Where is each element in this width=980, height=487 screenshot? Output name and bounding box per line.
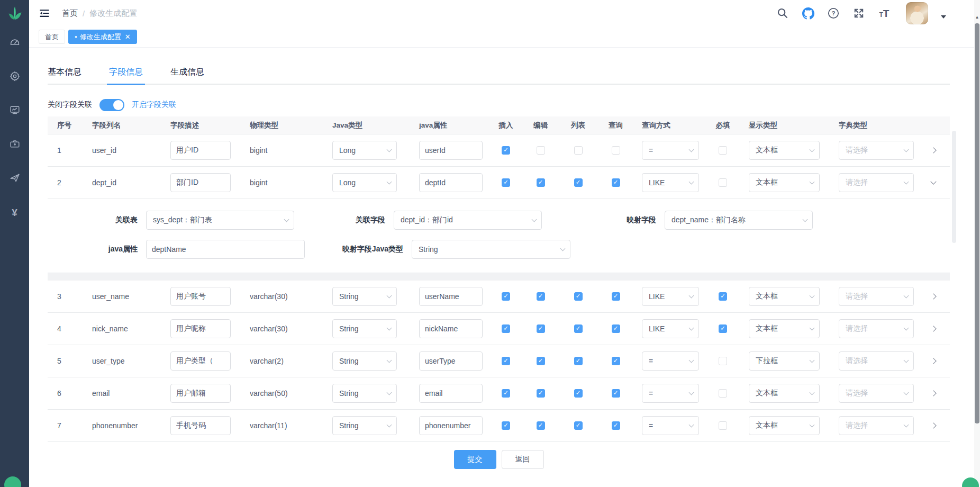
window-scrollbar[interactable]: ▲ [974,0,980,487]
edit-checkbox[interactable] [537,389,545,398]
insert-checkbox[interactable] [502,389,510,398]
list-checkbox[interactable] [574,389,583,398]
html-type-select[interactable]: 下拉框 [749,351,820,371]
query-type-select[interactable]: = [642,384,699,403]
sidebar-item-settings[interactable] [5,71,24,84]
java-type-select[interactable]: String [332,319,397,338]
sidebar-item-dashboard[interactable] [5,37,24,50]
search-icon[interactable] [776,6,790,20]
expand-row-button[interactable] [927,290,940,303]
submit-button[interactable]: 提交 [454,450,496,469]
tags-view-item-0[interactable]: 首页 [39,30,65,44]
insert-checkbox[interactable] [502,421,510,430]
required-checkbox[interactable] [719,292,727,301]
html-type-select[interactable]: 文本框 [749,384,820,403]
relation-toggle-link[interactable]: 开启字段关联 [132,100,176,110]
dict-type-select[interactable]: 请选择 [839,384,914,403]
dict-type-select[interactable]: 请选择 [839,351,914,371]
java-field-input[interactable] [419,141,483,160]
java-field-input[interactable] [419,384,483,403]
dict-type-select[interactable]: 请选择 [839,416,914,435]
map-java-type-select[interactable]: String [412,240,570,259]
java-field-input[interactable] [419,416,483,435]
html-type-select[interactable]: 文本框 [749,141,820,160]
table-scrollbar-thumb[interactable] [952,131,956,243]
query-type-select[interactable]: = [642,416,699,435]
sidebar-item-send[interactable] [5,173,24,185]
query-checkbox[interactable] [612,146,620,155]
java-field-input[interactable] [419,319,483,338]
expand-row-button[interactable] [927,143,940,157]
sidebar-item-money[interactable]: ¥ [5,206,24,219]
tab-field-info[interactable]: 字段信息 [109,60,143,84]
java-type-select[interactable]: String [332,384,397,403]
tab-gen-info[interactable]: 生成信息 [170,60,204,84]
back-button[interactable]: 返回 [502,450,544,469]
expand-row-button[interactable] [927,322,940,336]
expand-row-button[interactable] [927,419,940,432]
query-checkbox[interactable] [612,421,620,430]
insert-checkbox[interactable] [502,178,510,187]
edit-checkbox[interactable] [537,324,545,333]
dict-type-select[interactable]: 请选择 [839,173,914,192]
java-attr-input[interactable] [146,240,305,259]
tab-basic-info[interactable]: 基本信息 [48,60,81,84]
query-checkbox[interactable] [612,292,620,301]
edit-checkbox[interactable] [537,421,545,430]
list-checkbox[interactable] [574,421,583,430]
column-desc-input[interactable] [170,173,231,192]
relation-table-select[interactable]: sys_dept：部门表 [146,211,294,230]
query-type-select[interactable]: = [642,141,699,160]
required-checkbox[interactable] [719,324,727,333]
font-size-icon[interactable]: TT [877,6,891,20]
relation-toggle-switch[interactable] [99,99,124,111]
tags-view-item-1[interactable]: ●修改生成配置✕ [68,30,137,44]
query-type-select[interactable]: LIKE [642,287,699,306]
required-checkbox[interactable] [719,357,727,365]
dict-type-select[interactable]: 请选择 [839,319,914,338]
dict-type-select[interactable]: 请选择 [839,287,914,306]
dict-type-select[interactable]: 请选择 [839,141,914,160]
insert-checkbox[interactable] [502,292,510,301]
column-desc-input[interactable] [170,319,231,338]
column-desc-input[interactable] [170,416,231,435]
expand-row-button[interactable] [927,386,940,400]
column-desc-input[interactable] [170,141,231,160]
list-checkbox[interactable] [574,178,583,187]
java-type-select[interactable]: String [332,416,397,435]
java-field-input[interactable] [419,173,483,192]
list-checkbox[interactable] [574,324,583,333]
java-type-select[interactable]: Long [332,141,397,160]
column-desc-input[interactable] [170,384,231,403]
list-checkbox[interactable] [574,357,583,365]
java-type-select[interactable]: String [332,351,397,371]
java-field-input[interactable] [419,287,483,306]
scroll-up-arrow[interactable]: ▲ [974,15,980,20]
close-icon[interactable]: ✕ [125,33,131,41]
help-icon[interactable]: ? [827,6,840,20]
list-checkbox[interactable] [574,146,583,155]
breadcrumb-home[interactable]: 首页 [62,8,78,19]
edit-checkbox[interactable] [537,178,545,187]
query-type-select[interactable]: = [642,351,699,371]
query-type-select[interactable]: LIKE [642,173,699,192]
insert-checkbox[interactable] [502,357,510,365]
column-desc-input[interactable] [170,287,231,306]
query-checkbox[interactable] [612,178,620,187]
edit-checkbox[interactable] [537,292,545,301]
query-checkbox[interactable] [612,389,620,398]
expand-row-button[interactable] [927,176,940,190]
app-logo[interactable] [6,4,24,22]
required-checkbox[interactable] [719,389,727,398]
edit-checkbox[interactable] [537,357,545,365]
column-desc-input[interactable] [170,351,231,371]
github-icon[interactable] [801,6,815,20]
html-type-select[interactable]: 文本框 [749,173,820,192]
java-field-input[interactable] [419,351,483,371]
query-checkbox[interactable] [612,357,620,365]
sidebar-item-monitor[interactable] [5,105,24,118]
required-checkbox[interactable] [719,178,727,187]
fullscreen-icon[interactable] [852,6,866,20]
sidebar-item-job[interactable] [5,139,24,151]
user-avatar[interactable] [906,2,928,24]
